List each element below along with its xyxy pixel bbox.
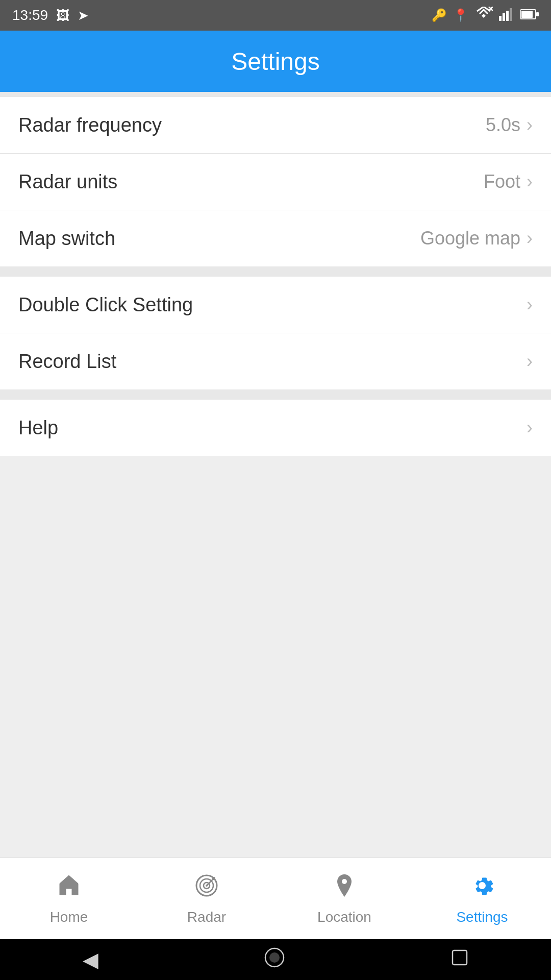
- map-switch-item[interactable]: Map switch Google map ›: [0, 210, 551, 266]
- time-display: 13:59: [12, 7, 48, 23]
- back-button[interactable]: ◀: [83, 948, 98, 971]
- radar-units-item[interactable]: Radar units Foot ›: [0, 154, 551, 210]
- status-left: 13:59 🖼 ➤: [12, 7, 89, 23]
- chevron-icon: ›: [527, 114, 533, 136]
- svg-rect-4: [506, 11, 509, 21]
- page-title: Settings: [231, 47, 319, 76]
- group-divider-top: [0, 92, 551, 97]
- nav-location-label: Location: [317, 909, 371, 925]
- content: Radar frequency 5.0s › Radar units Foot …: [0, 92, 551, 857]
- map-switch-value: Google map: [420, 228, 520, 249]
- map-switch-value-area: Google map ›: [420, 228, 533, 249]
- svg-rect-2: [499, 16, 502, 21]
- svg-rect-8: [521, 11, 533, 18]
- nav-item-location[interactable]: Location: [276, 858, 413, 939]
- signal-icon: [499, 7, 514, 24]
- nav-radar-label: Radar: [187, 909, 226, 925]
- status-right: 🔑 📍: [432, 7, 539, 24]
- radar-icon: [193, 872, 220, 905]
- settings-group-1: Radar frequency 5.0s › Radar units Foot …: [0, 97, 551, 266]
- chevron-icon: ›: [527, 228, 533, 249]
- nav-settings-label: Settings: [456, 909, 508, 925]
- radar-frequency-value: 5.0s: [486, 114, 520, 136]
- double-click-value-area: ›: [527, 294, 533, 315]
- double-click-label: Double Click Setting: [18, 294, 193, 316]
- map-switch-label: Map switch: [18, 228, 115, 250]
- radar-frequency-value-area: 5.0s ›: [486, 114, 533, 136]
- group-divider-1-2: [0, 266, 551, 277]
- svg-rect-7: [536, 12, 539, 16]
- record-list-value-area: ›: [527, 351, 533, 372]
- recents-button[interactable]: [450, 948, 469, 971]
- svg-rect-18: [453, 950, 467, 965]
- record-list-item[interactable]: Record List ›: [0, 333, 551, 389]
- settings-group-2: Double Click Setting › Record List ›: [0, 277, 551, 389]
- double-click-setting-item[interactable]: Double Click Setting ›: [0, 277, 551, 333]
- chevron-icon: ›: [527, 171, 533, 192]
- bottom-nav: Home Radar Location: [0, 857, 551, 939]
- send-icon: ➤: [78, 8, 89, 23]
- nav-item-radar[interactable]: Radar: [138, 858, 276, 939]
- radar-units-value: Foot: [484, 171, 520, 192]
- help-label: Help: [18, 417, 58, 439]
- key-icon: 🔑: [432, 8, 447, 22]
- svg-rect-5: [510, 8, 512, 21]
- nav-item-settings[interactable]: Settings: [413, 858, 551, 939]
- chevron-icon: ›: [527, 294, 533, 315]
- image-icon: 🖼: [56, 8, 69, 23]
- chevron-icon: ›: [527, 351, 533, 372]
- status-bar: 13:59 🖼 ➤ 🔑 📍: [0, 0, 551, 31]
- home-icon: [56, 872, 82, 905]
- system-bar: ◀: [0, 939, 551, 980]
- nav-item-home[interactable]: Home: [0, 858, 138, 939]
- group-divider-2-3: [0, 389, 551, 400]
- help-value-area: ›: [527, 417, 533, 438]
- svg-rect-3: [503, 13, 505, 21]
- wifi-icon: [474, 7, 493, 24]
- empty-area: [0, 456, 551, 857]
- radar-frequency-item[interactable]: Radar frequency 5.0s ›: [0, 97, 551, 153]
- home-button[interactable]: [263, 946, 286, 973]
- svg-point-14: [342, 879, 347, 884]
- radar-frequency-label: Radar frequency: [18, 114, 162, 136]
- settings-icon: [469, 872, 495, 905]
- location-icon: [331, 872, 358, 905]
- battery-icon: [520, 7, 539, 23]
- location-status-icon: 📍: [453, 8, 468, 22]
- svg-point-17: [269, 952, 280, 963]
- settings-group-3: Help ›: [0, 400, 551, 456]
- help-item[interactable]: Help ›: [0, 400, 551, 456]
- chevron-icon: ›: [527, 417, 533, 438]
- radar-units-value-area: Foot ›: [484, 171, 533, 192]
- svg-point-13: [212, 877, 215, 880]
- nav-home-label: Home: [50, 909, 88, 925]
- radar-units-label: Radar units: [18, 171, 117, 193]
- record-list-label: Record List: [18, 351, 116, 373]
- app-bar: Settings: [0, 31, 551, 92]
- svg-point-15: [479, 882, 486, 889]
